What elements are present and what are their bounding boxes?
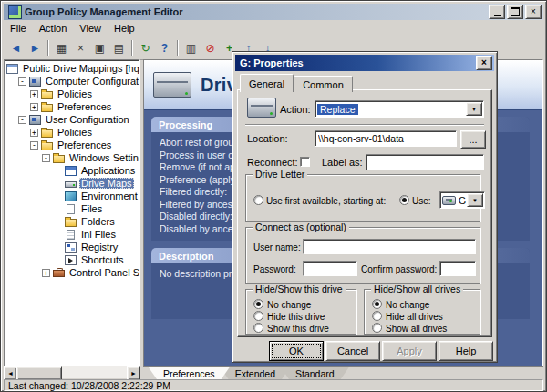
toolbar-back-button[interactable]: ◄ <box>6 39 26 57</box>
tree-item-registry[interactable]: Registry <box>5 241 139 253</box>
menu-file[interactable]: File <box>4 22 33 35</box>
result-tabs: Preferences Extended Standard <box>143 366 543 379</box>
expand-icon[interactable]: + <box>42 269 50 277</box>
show-this-drive-radio[interactable] <box>253 323 263 333</box>
tree-item-label: Policies <box>56 88 94 99</box>
tree-item-preferences[interactable]: + Preferences <box>5 100 139 113</box>
tab-standard[interactable]: Standard <box>281 367 349 379</box>
tree-item-windows-settings[interactable]: - Windows Settings <box>5 151 139 164</box>
tree-item-label: Folders <box>79 216 117 227</box>
action-select[interactable]: Replace ▼ <box>315 100 484 118</box>
scrollbar-thumb[interactable] <box>16 366 62 380</box>
scroll-left-arrow-icon[interactable]: ◄ <box>4 366 17 380</box>
tree-item-preferences[interactable]: - Preferences <box>5 139 139 151</box>
minimize-icon <box>494 15 501 16</box>
toolbar-properties-button[interactable]: ▣ <box>90 39 109 57</box>
tree-item-label: Ini Files <box>79 229 118 240</box>
hide-all-drives-label: Hide all drives <box>386 312 443 322</box>
dialog-close-button[interactable]: × <box>476 56 492 70</box>
expand-icon[interactable]: + <box>30 129 38 137</box>
tab-extended[interactable]: Extended <box>221 367 290 379</box>
collapse-icon[interactable]: - <box>18 116 26 124</box>
drive-letter-select[interactable]: G ▼ <box>439 191 485 209</box>
tree-item-policies[interactable]: + Policies <box>5 88 139 100</box>
tree-item-ini-files[interactable]: Ini Files <box>5 228 139 241</box>
cancel-button[interactable]: Cancel <box>325 341 380 361</box>
maximize-button[interactable] <box>507 5 523 19</box>
dialog-tabs: General Common <box>240 74 353 92</box>
close-icon: × <box>531 7 536 16</box>
tree-item-folders[interactable]: Folders <box>5 215 139 228</box>
tab-general[interactable]: General <box>240 74 294 92</box>
tree-horizontal-scrollbar[interactable]: ◄ ► <box>4 366 140 378</box>
this-no-change-radio[interactable] <box>253 299 263 309</box>
collapse-icon[interactable]: - <box>42 154 50 162</box>
expand-icon[interactable]: + <box>30 90 38 98</box>
drive-letter-group-label: Drive Letter <box>253 169 307 180</box>
toolbar-forward-button[interactable]: ► <box>26 39 45 57</box>
collapse-icon[interactable]: - <box>30 141 38 150</box>
hide-this-drive-radio[interactable] <box>253 311 263 321</box>
scroll-right-arrow-icon[interactable]: ► <box>127 366 140 380</box>
label-as-input[interactable] <box>366 154 484 170</box>
hide-all-drives-radio[interactable] <box>372 311 382 321</box>
menu-help[interactable]: Help <box>108 22 141 35</box>
user-name-label: User name: <box>253 242 301 253</box>
use-radio[interactable] <box>399 195 409 205</box>
collapse-icon[interactable]: - <box>18 77 26 86</box>
tree-item-drive-maps[interactable]: Drive Maps <box>5 177 139 190</box>
action-label: Action: <box>280 104 311 115</box>
minimize-button[interactable] <box>489 5 505 19</box>
close-button[interactable]: × <box>525 5 542 19</box>
help-button[interactable]: Help <box>439 341 493 361</box>
tree-item-user-configuration[interactable]: - User Configuration <box>5 113 139 126</box>
status-text: Last changed: 10/28/2008 2:22:29 PM <box>4 379 543 391</box>
console-tree: Public Drive Mappings [hq-con-dc-0 - Com… <box>4 59 140 366</box>
toolbar-paste-button[interactable]: ▥ <box>181 39 201 57</box>
tree-item-policies[interactable]: + Policies <box>5 126 139 139</box>
confirm-password-input[interactable] <box>439 261 476 276</box>
location-input[interactable] <box>315 130 457 147</box>
tree-item-files[interactable]: Files <box>5 202 139 215</box>
menu-view[interactable]: View <box>73 22 108 35</box>
browse-button[interactable]: ... <box>460 130 486 149</box>
expand-icon[interactable]: + <box>30 103 38 111</box>
location-label: Location: <box>247 133 288 144</box>
toolbar-stop-button[interactable]: ⊘ <box>201 39 220 57</box>
drive-letter-group: Drive Letter Use first available, starti… <box>245 174 480 222</box>
properties-dialog: G: Properties × General Common Action: R… <box>232 51 498 363</box>
show-all-drives-radio[interactable] <box>372 323 382 333</box>
folder-icon <box>53 155 65 163</box>
drive-maps-page-icon <box>153 72 191 98</box>
hide-show-this-drive-group: Hide/Show this drive No change Hide this… <box>245 289 356 335</box>
all-no-change-radio[interactable] <box>372 299 382 309</box>
tree-item-label: Applications <box>79 165 137 176</box>
password-input[interactable] <box>303 261 357 276</box>
reconnect-checkbox[interactable] <box>300 157 310 167</box>
hide-show-all-drives-group: Hide/Show all drives No change Hide all … <box>364 289 480 335</box>
toolbar-show-tree-button[interactable]: ▦ <box>52 39 71 57</box>
user-name-input[interactable] <box>303 239 476 254</box>
toolbar-help-button[interactable]: ? <box>155 39 174 57</box>
tab-common[interactable]: Common <box>294 76 353 92</box>
tab-preferences[interactable]: Preferences <box>149 367 230 379</box>
chevron-down-icon[interactable]: ▼ <box>467 193 483 207</box>
tree-item-control-panel-settings[interactable]: + Control Panel Settings <box>5 266 139 279</box>
tree-item-label: Registry <box>79 242 119 253</box>
tree-item-applications[interactable]: Applications <box>5 164 139 177</box>
tree-item-computer-configuration[interactable]: - Computer Configuration <box>5 75 139 88</box>
general-tab-page: Action: Replace ▼ Location: ... Reconnec… <box>237 89 492 337</box>
chevron-down-icon[interactable]: ▼ <box>466 102 482 116</box>
toolbar-export-list-button[interactable]: ▤ <box>109 39 129 57</box>
tree-item-root[interactable]: Public Drive Mappings [hq-con-dc-0 <box>5 62 139 75</box>
use-first-available-radio[interactable] <box>253 195 263 205</box>
menu-action[interactable]: Action <box>33 22 74 35</box>
toolbar-refresh-button[interactable]: ↻ <box>136 39 155 57</box>
tree-item-environment[interactable]: Environment <box>5 190 139 202</box>
ok-button[interactable]: OK <box>269 341 324 361</box>
computer-configuration-icon <box>29 77 41 87</box>
apply-button[interactable]: Apply <box>382 341 437 361</box>
dialog-title: G: Properties <box>240 57 474 68</box>
toolbar-delete-button[interactable]: × <box>71 39 90 57</box>
tree-item-shortcuts[interactable]: Shortcuts <box>5 253 139 266</box>
